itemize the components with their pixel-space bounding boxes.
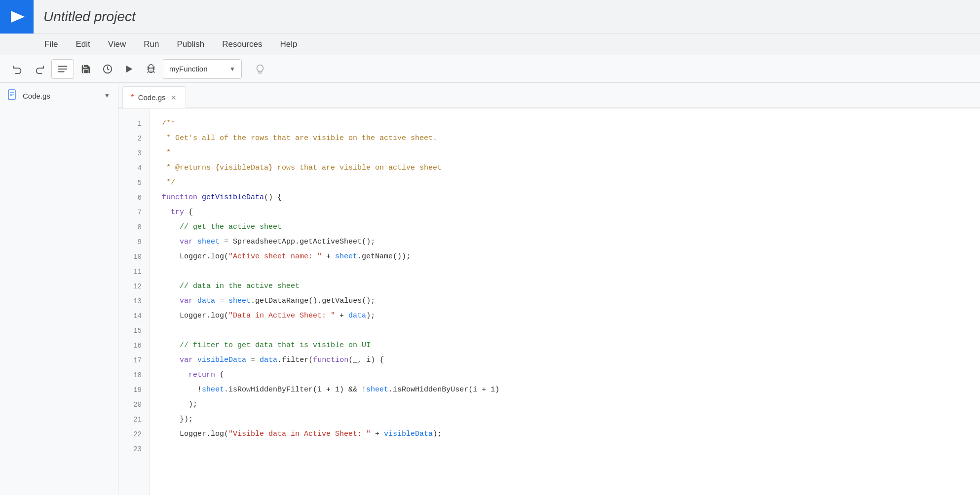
debug-button[interactable] xyxy=(141,59,161,79)
tab-code-gs[interactable]: * Code.gs ✕ xyxy=(122,86,186,108)
modified-indicator: * xyxy=(131,93,134,103)
tab-close-button[interactable]: ✕ xyxy=(170,93,178,103)
tab-filename: Code.gs xyxy=(138,93,166,102)
toolbar: myFunction ▼ xyxy=(0,55,980,83)
menu-help[interactable]: Help xyxy=(271,34,306,55)
code-content[interactable]: /** * Get's all of the rows that are vis… xyxy=(150,108,980,495)
undo-button[interactable] xyxy=(8,59,28,79)
menu-edit[interactable]: Edit xyxy=(67,34,99,55)
menu-view[interactable]: View xyxy=(99,34,135,55)
svg-rect-14 xyxy=(8,90,15,100)
menu-publish[interactable]: Publish xyxy=(168,34,213,55)
save-button[interactable] xyxy=(76,59,96,79)
redo-button[interactable] xyxy=(30,59,49,79)
lightbulb-button[interactable] xyxy=(250,59,270,79)
tab-bar: * Code.gs ✕ xyxy=(118,83,980,108)
title-bar: Untitled project xyxy=(0,0,980,34)
sidebar-file-item[interactable]: Code.gs ▼ xyxy=(0,83,118,108)
svg-line-11 xyxy=(148,71,149,72)
logo-arrow[interactable] xyxy=(0,0,34,34)
main-area: Code.gs ▼ * Code.gs ✕ 12345 678910 11121… xyxy=(0,83,980,495)
project-title: Untitled project xyxy=(43,9,136,25)
menu-run[interactable]: Run xyxy=(135,34,168,55)
menu-file[interactable]: File xyxy=(36,34,67,55)
svg-line-12 xyxy=(153,71,155,72)
sidebar: Code.gs ▼ xyxy=(0,83,118,495)
chevron-down-icon: ▼ xyxy=(229,66,235,72)
function-selector[interactable]: myFunction ▼ xyxy=(163,59,242,79)
toolbar-divider xyxy=(246,61,246,77)
editor-area: * Code.gs ✕ 12345 678910 1112131415 1617… xyxy=(118,83,980,495)
run-button[interactable] xyxy=(119,59,139,79)
format-button[interactable] xyxy=(51,59,74,79)
line-numbers: 12345 678910 1112131415 1617181920 21222… xyxy=(118,108,150,495)
clock-button[interactable] xyxy=(98,59,117,79)
menu-bar: File Edit View Run Publish Resources Hel… xyxy=(0,34,980,55)
menu-resources[interactable]: Resources xyxy=(213,34,271,55)
code-editor[interactable]: 12345 678910 1112131415 1617181920 21222… xyxy=(118,108,980,495)
sidebar-filename: Code.gs xyxy=(23,92,50,100)
file-icon xyxy=(8,89,18,103)
sidebar-dropdown-icon[interactable]: ▼ xyxy=(104,92,110,99)
svg-marker-0 xyxy=(11,11,25,23)
svg-marker-5 xyxy=(126,65,133,72)
